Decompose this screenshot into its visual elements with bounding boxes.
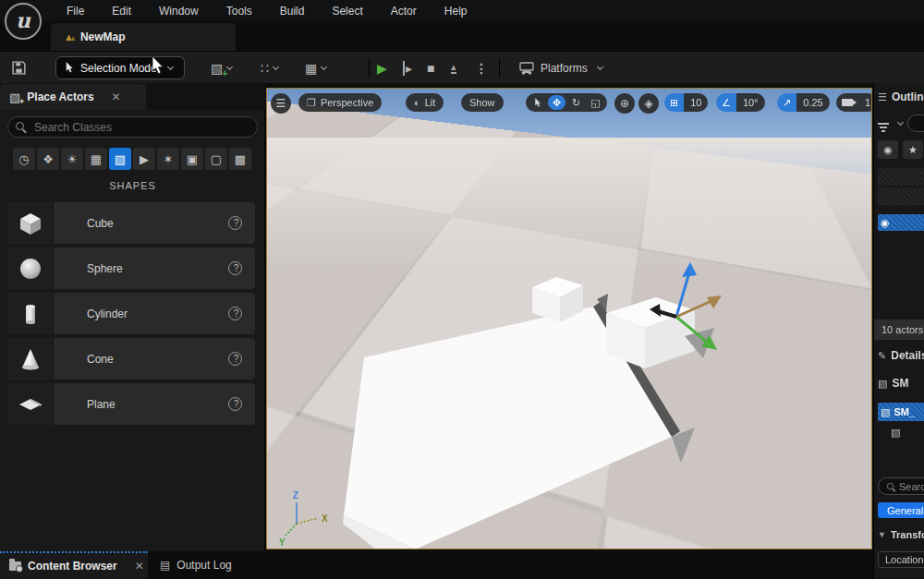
category-cinematic-icon[interactable]: ▦ [85,148,107,170]
category-visual-effects-icon[interactable]: ✶ [157,148,179,170]
help-icon[interactable] [228,261,242,275]
shape-item-sphere[interactable]: Sphere [7,247,255,289]
cinematics-button[interactable]: ▦ [305,52,326,84]
search-icon [16,122,24,130]
stop-button[interactable]: ■ [427,52,434,84]
rotation-snap-icon: ∠ [716,93,736,112]
menu-actor[interactable]: Actor [378,2,430,20]
category-volumes-icon[interactable]: ▢ [205,148,227,170]
menu-window[interactable]: Window [146,2,212,20]
category-recently-placed-icon[interactable]: ◷ [13,148,35,170]
help-icon[interactable] [228,216,242,230]
blueprints-button[interactable]: ∷ [261,52,278,84]
chevron-down-icon [597,63,603,69]
content-browser-label: Content Browser [28,560,117,573]
outliner-row[interactable] [878,187,924,205]
grid-snap-control[interactable]: ⊞ 10 [664,93,708,112]
selection-mode-dropdown[interactable]: Selection Mode [55,52,185,84]
outliner-row-selected[interactable]: ◉ [878,214,924,231]
cursor-icon [65,62,74,74]
filter-icon[interactable] [878,123,889,125]
pinned-column-star-icon[interactable]: ★ [903,140,923,159]
static-mesh-label: SM [892,377,908,390]
play-button[interactable]: ▶ [377,52,387,84]
search-classes-input[interactable] [7,116,258,138]
level-viewport[interactable]: Z X Y ☰ ❐ Perspective ◐ Lit Show ✥ ↻ ◱ ⊕… [266,88,872,549]
general-button[interactable]: General [878,502,924,518]
select-tool-button[interactable] [529,95,546,110]
rotate-tool-button[interactable]: ↻ [567,95,585,110]
shape-item-cone[interactable]: Cone [7,338,255,380]
visibility-column-eye-icon[interactable]: ◉ [878,140,898,159]
menu-select[interactable]: Select [319,2,375,20]
menu-edit[interactable]: Edit [99,2,144,20]
scale-tool-button[interactable]: ◱ [587,95,604,110]
scale-snap-control[interactable]: ↗ 0.25 [777,93,830,112]
tab-newmap[interactable]: ▲ NewMap [51,23,236,51]
category-geometry-icon[interactable]: ▣ [181,148,203,170]
add-actor-button[interactable]: ▧ [211,52,232,84]
perspective-dropdown[interactable]: ❐ Perspective [298,93,382,112]
viewport-options-button[interactable]: ☰ [271,93,291,114]
plane-thumbnail [7,383,54,425]
toolbar-separator [499,58,500,78]
shape-item-plane[interactable]: Plane [7,383,255,425]
category-shapes-icon[interactable]: ▧ [109,148,131,170]
menu-file[interactable]: File [54,2,97,20]
menu-build[interactable]: Build [267,2,318,20]
play-options-button[interactable]: ⋮ [475,52,488,84]
chevron-down-icon [321,63,327,69]
perspective-label: Perspective [321,97,373,108]
transform-section-header[interactable]: ▼ Transform [878,529,924,540]
content-browser-tab[interactable]: Content Browser ✕ [0,551,148,579]
eject-button[interactable]: ▴ [451,52,456,84]
cinematics-icon: ▦ [305,61,317,76]
grid-snap-icon: ⊞ [664,93,684,112]
rotation-snap-control[interactable]: ∠ 10° [716,93,765,112]
bottom-drawer-bar: Content Browser ✕ ▤ Output Log [0,551,873,579]
details-title: Details [891,349,924,362]
category-all-classes-icon[interactable]: ▩ [229,148,251,170]
menu-help[interactable]: Help [432,2,480,20]
platforms-dropdown[interactable]: Platforms [519,52,602,84]
show-dropdown[interactable]: Show [461,93,504,112]
close-icon[interactable]: ✕ [135,560,144,573]
save-button[interactable] [11,52,27,84]
sphere-thumbnail [7,247,54,289]
help-icon[interactable] [228,397,242,411]
frame-skip-button[interactable]: ▸ [403,52,412,84]
menu-tools[interactable]: Tools [213,2,265,20]
category-basic-icon[interactable]: ❖ [37,148,59,170]
viewport-toolbar: ☰ ❐ Perspective ◐ Lit Show ✥ ↻ ◱ ⊕ ◈ ⊞ 1… [271,93,871,114]
axis-z-label: Z [293,490,298,501]
place-actors-tab[interactable]: ▧ Place Actors ✕ [0,84,146,110]
shape-item-cylinder[interactable]: Cylinder [7,293,255,334]
details-child-row[interactable]: ▧ [891,427,900,439]
details-tab[interactable]: ✎ Details [878,349,924,362]
surface-snapping-button[interactable]: ◈ [638,93,659,114]
unreal-logo[interactable]: u [5,3,42,40]
eye-icon[interactable]: ◉ [881,217,890,229]
shape-item-cube[interactable]: Cube [7,202,255,244]
location-field[interactable]: Location [878,551,924,568]
blueprints-icon: ∷ [261,61,269,76]
camera-speed-control[interactable]: 1 [836,93,872,112]
select-arrow-icon [534,98,541,108]
details-root-row[interactable]: ▧ SM [878,377,908,390]
category-animation-icon[interactable]: ▶ [133,148,155,170]
world-space-button[interactable]: ⊕ [614,93,635,114]
category-lights-icon[interactable]: ☀ [61,148,83,170]
lit-dropdown[interactable]: ◐ Lit [406,93,444,112]
outliner-search-input[interactable] [907,115,924,132]
close-icon[interactable]: ✕ [112,90,121,103]
details-component-row-selected[interactable]: ▧ SM_ [878,403,924,421]
details-search-input[interactable]: Search [878,477,924,495]
chevron-down-icon[interactable] [897,118,904,125]
save-icon [11,60,27,76]
help-icon[interactable] [228,307,242,320]
shape-label: Sphere [87,262,228,275]
output-log-tab[interactable]: ▤ Output Log [151,551,232,579]
outliner-row[interactable] [878,168,924,186]
help-icon[interactable] [228,352,242,366]
move-tool-button[interactable]: ✥ [548,95,565,110]
